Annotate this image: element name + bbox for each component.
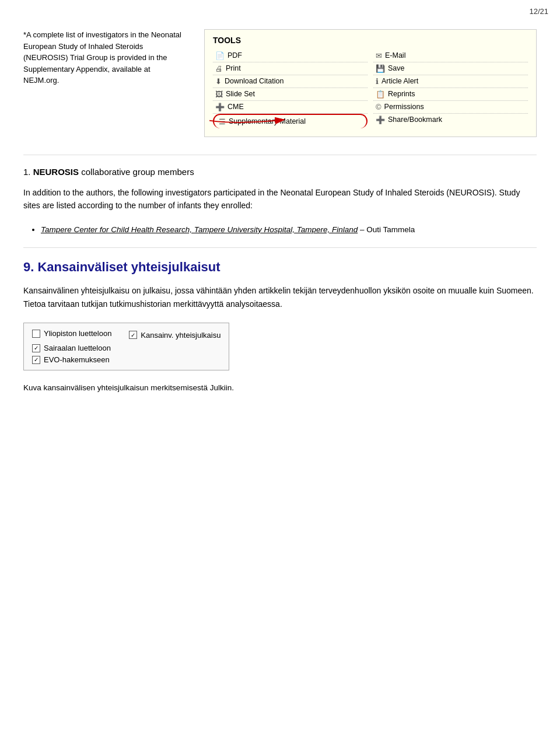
share-bookmark-icon: ➕ xyxy=(376,116,385,124)
section1-heading: 1. NEUROSIS collaborative group members xyxy=(23,167,537,177)
save-icon: 💾 xyxy=(376,64,385,73)
section-divider xyxy=(23,155,537,155)
tool-supplementary[interactable]: ☰ Supplementary Material xyxy=(213,114,368,128)
tool-save[interactable]: 💾 Save xyxy=(373,62,528,75)
tool-article-alert[interactable]: ℹ Article Alert xyxy=(373,75,528,88)
bullet-separator: – xyxy=(360,225,366,234)
bullet-name: Outi Tammela xyxy=(366,225,415,234)
tool-cme[interactable]: ➕ CME xyxy=(213,101,368,114)
section9-body: Kansainvälinen yhteisjulkaisu on julkais… xyxy=(23,284,537,311)
permissions-icon: © xyxy=(376,103,382,111)
supplementary-icon: ☰ xyxy=(219,117,226,126)
checkbox-row-1b: Kansainv. yhteisjulkaisu xyxy=(129,329,220,341)
bullet-institution: Tampere Center for Child Health Research… xyxy=(41,225,358,234)
cme-icon: ➕ xyxy=(215,103,225,111)
checkbox-row-2: Sairaalan luetteloon xyxy=(32,344,220,352)
label-evo: EVO-hakemukseen xyxy=(44,355,110,364)
checkbox-row-1a: Yliopiston luetteloon xyxy=(32,329,111,338)
label-yliopiston: Yliopiston luetteloon xyxy=(44,329,111,338)
tool-email[interactable]: ✉ E-Mail xyxy=(373,50,528,62)
tool-download-citation[interactable]: ⬇ Download Citation xyxy=(213,75,368,88)
section1-bullet-list: Tampere Center for Child Health Research… xyxy=(41,224,537,236)
download-citation-icon: ⬇ xyxy=(215,77,222,86)
label-kansainv: Kansainv. yhteisjulkaisu xyxy=(141,331,220,340)
tool-slide-set[interactable]: 🖼 Slide Set xyxy=(213,88,368,101)
page-number: 12/21 xyxy=(529,7,548,16)
checkbox-evo[interactable] xyxy=(32,356,40,364)
print-icon: 🖨 xyxy=(215,64,223,73)
reprints-icon: 📋 xyxy=(376,90,385,99)
label-sairaalan: Sairaalan luetteloon xyxy=(44,344,111,352)
footnote-text: *A complete list of investigators in the… xyxy=(23,29,187,137)
tools-title: TOOLS xyxy=(213,36,528,45)
caption-text: Kuva kansainvälisen yhteisjulkaisun merk… xyxy=(23,382,537,394)
tool-reprints[interactable]: 📋 Reprints xyxy=(373,88,528,101)
checkbox-yliopiston[interactable] xyxy=(32,330,40,338)
tool-print[interactable]: 🖨 Print xyxy=(213,62,368,75)
list-item: Tampere Center for Child Health Research… xyxy=(41,224,537,236)
tool-permissions[interactable]: © Permissions xyxy=(373,101,528,114)
slide-set-icon: 🖼 xyxy=(215,90,223,99)
article-alert-icon: ℹ xyxy=(376,77,379,86)
checkbox-kansainv[interactable] xyxy=(129,331,137,339)
section-divider-2 xyxy=(23,247,537,248)
checkbox-sairaalan[interactable] xyxy=(32,344,40,352)
tools-box: TOOLS 📄 PDF 🖨 Print ⬇ Download Citation xyxy=(204,29,537,137)
checkbox-row-3: EVO-hakemukseen xyxy=(32,355,220,364)
tool-share-bookmark[interactable]: ➕ Share/Bookmark xyxy=(373,114,528,126)
pdf-icon: 📄 xyxy=(215,51,225,60)
section1-body: In addition to the authors, the followin… xyxy=(23,186,537,212)
section9-heading: 9. Kansainväliset yhteisjulkaisut xyxy=(23,260,537,275)
checkbox-form: Yliopiston luetteloon Kansainv. yhteisju… xyxy=(23,323,229,370)
tool-pdf[interactable]: 📄 PDF xyxy=(213,50,368,62)
email-icon: ✉ xyxy=(376,51,382,60)
